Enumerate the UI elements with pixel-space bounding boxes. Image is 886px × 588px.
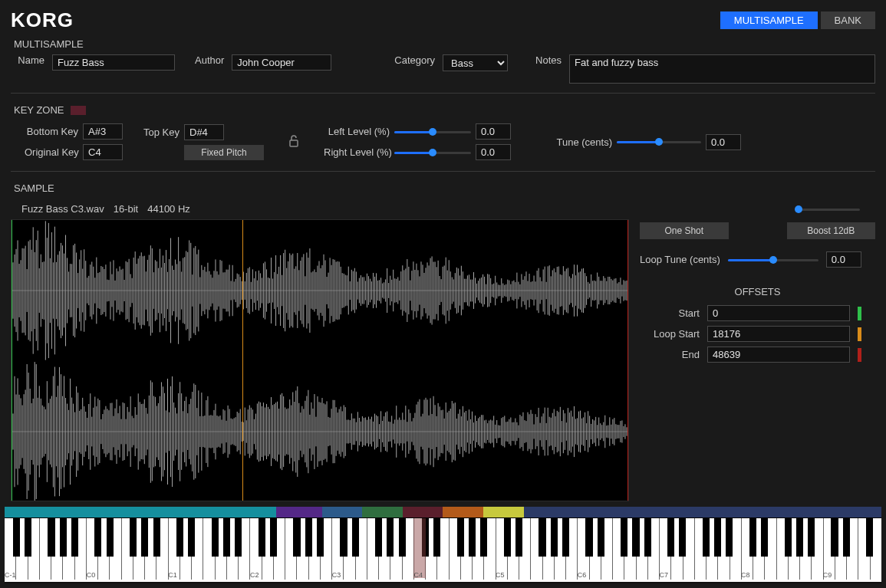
white-key[interactable]: [321, 518, 332, 580]
top-key-input[interactable]: [184, 124, 224, 140]
one-shot-button[interactable]: One Shot: [640, 222, 729, 239]
zone-segment[interactable]: [5, 507, 276, 517]
white-key[interactable]: [75, 518, 87, 580]
offset-end-input[interactable]: [707, 347, 850, 363]
white-key[interactable]: [203, 518, 215, 580]
white-key[interactable]: [227, 518, 239, 580]
end-marker[interactable]: [627, 220, 628, 501]
white-key[interactable]: [145, 518, 156, 580]
white-key[interactable]: [356, 518, 367, 580]
white-key[interactable]: [285, 518, 297, 580]
white-key[interactable]: [601, 518, 613, 580]
offset-start-input[interactable]: [707, 305, 850, 321]
white-key[interactable]: [742, 518, 753, 580]
white-key[interactable]: [660, 518, 671, 580]
notes-input[interactable]: Fat and fuzzy bass: [569, 54, 875, 84]
white-key[interactable]: [871, 518, 881, 580]
author-input[interactable]: [232, 54, 331, 71]
white-key[interactable]: [63, 518, 74, 580]
white-key[interactable]: [110, 518, 121, 580]
white-key[interactable]: [426, 518, 437, 580]
white-key[interactable]: [578, 518, 589, 580]
zone-segment[interactable]: [322, 507, 363, 517]
white-key[interactable]: [824, 518, 835, 580]
white-key[interactable]: [695, 518, 706, 580]
zone-segment[interactable]: [276, 507, 321, 517]
white-key[interactable]: [262, 518, 274, 580]
white-key[interactable]: [730, 518, 742, 580]
tune-slider[interactable]: [617, 136, 701, 147]
white-key[interactable]: [789, 518, 800, 580]
white-key[interactable]: [648, 518, 660, 580]
white-key[interactable]: [753, 518, 765, 580]
right-level-slider[interactable]: [394, 147, 471, 158]
white-key[interactable]: [390, 518, 402, 580]
keyzone-strip[interactable]: [5, 507, 881, 517]
white-key[interactable]: [671, 518, 683, 580]
white-key[interactable]: [379, 518, 390, 580]
white-key[interactable]: [566, 518, 578, 580]
white-key[interactable]: [519, 518, 531, 580]
white-key[interactable]: [858, 518, 870, 580]
white-key[interactable]: [555, 518, 566, 580]
name-input[interactable]: [52, 54, 175, 71]
zone-segment[interactable]: [524, 507, 881, 517]
fixed-pitch-button[interactable]: Fixed Pitch: [184, 145, 264, 160]
multisample-tab-button[interactable]: MULTISAMPLE: [720, 11, 818, 29]
white-key[interactable]: [765, 518, 776, 580]
white-key[interactable]: [51, 518, 63, 580]
white-key[interactable]: [543, 518, 555, 580]
lock-icon[interactable]: [288, 134, 299, 150]
white-key[interactable]: [777, 518, 789, 580]
white-key[interactable]: [496, 518, 508, 580]
left-level-input[interactable]: [476, 123, 511, 140]
white-key[interactable]: [706, 518, 718, 580]
white-key[interactable]: [156, 518, 168, 580]
original-key-input[interactable]: [83, 144, 123, 160]
keyboard[interactable]: C-1C0C1C2C3C4C5C6C7C8C9: [5, 517, 881, 582]
white-key[interactable]: [5, 518, 16, 580]
category-select[interactable]: Bass: [443, 54, 508, 71]
boost-button[interactable]: Boost 12dB: [787, 222, 876, 239]
white-key[interactable]: [250, 518, 262, 580]
white-key[interactable]: [28, 518, 40, 580]
white-key[interactable]: [122, 518, 133, 580]
bank-tab-button[interactable]: BANK: [821, 11, 875, 29]
white-key[interactable]: [16, 518, 28, 580]
white-key[interactable]: [473, 518, 484, 580]
white-key[interactable]: [835, 518, 847, 580]
left-level-slider[interactable]: [394, 126, 471, 137]
loop-tune-input[interactable]: [826, 251, 861, 268]
white-key[interactable]: [812, 518, 823, 580]
white-key[interactable]: [309, 518, 321, 580]
loop-start-marker[interactable]: [242, 220, 243, 501]
start-marker[interactable]: [12, 220, 12, 501]
zone-segment[interactable]: [443, 507, 483, 517]
right-level-input[interactable]: [476, 144, 511, 160]
zoom-slider[interactable]: [799, 204, 860, 215]
white-key[interactable]: [683, 518, 695, 580]
loop-tune-slider[interactable]: [728, 255, 818, 265]
white-key[interactable]: [637, 518, 648, 580]
white-key[interactable]: [40, 518, 51, 580]
waveform-display[interactable]: [11, 219, 629, 501]
white-key[interactable]: [297, 518, 308, 580]
white-key[interactable]: [344, 518, 355, 580]
white-key[interactable]: [613, 518, 624, 580]
white-key[interactable]: [508, 518, 519, 580]
white-key[interactable]: [332, 518, 344, 580]
offset-loopstart-input[interactable]: [707, 326, 850, 342]
white-key[interactable]: [718, 518, 730, 580]
white-key[interactable]: [450, 518, 461, 580]
white-key[interactable]: [847, 518, 858, 580]
white-key[interactable]: [180, 518, 192, 580]
bottom-key-input[interactable]: [83, 123, 123, 140]
white-key[interactable]: [531, 518, 542, 580]
white-key[interactable]: [98, 518, 110, 580]
white-key[interactable]: [461, 518, 473, 580]
white-key[interactable]: [800, 518, 812, 580]
white-key[interactable]: [192, 518, 203, 580]
white-key[interactable]: [239, 518, 250, 580]
zone-segment[interactable]: [362, 507, 403, 517]
white-key[interactable]: [403, 518, 414, 580]
